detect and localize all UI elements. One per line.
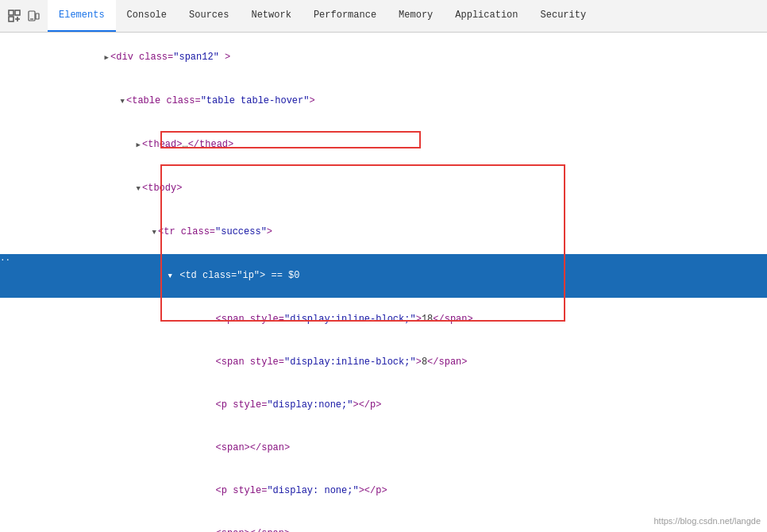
dom-line[interactable]: <tbody>	[0, 167, 767, 210]
tab-performance[interactable]: Performance	[303, 0, 387, 32]
dom-line[interactable]: <span style="display:inline-block;">18</…	[0, 298, 767, 341]
dom-line[interactable]: <span style="display:inline-block;">8</s…	[0, 341, 767, 384]
tab-sources[interactable]: Sources	[178, 0, 240, 32]
tab-memory[interactable]: Memory	[387, 0, 444, 32]
dom-line[interactable]: <span></span>	[0, 512, 767, 532]
inspect-icon[interactable]	[6, 8, 22, 24]
tab-list: Elements Console Sources Network Perform…	[48, 0, 597, 32]
device-icon[interactable]	[25, 8, 41, 24]
dom-line[interactable]: <p style="display:none;"></p>	[0, 384, 767, 426]
dom-line[interactable]: <table class="table table-hover">	[0, 79, 767, 123]
devtools-toolbar: Elements Console Sources Network Perform…	[0, 0, 767, 33]
watermark: https://blog.csdn.net/langde	[653, 516, 761, 526]
tab-application[interactable]: Application	[444, 0, 529, 32]
dom-line[interactable]: <p style="display: none;"></p>	[0, 469, 767, 512]
dom-tree: <div class="span12" > <table class="tabl…	[0, 36, 767, 532]
dom-line[interactable]: <span></span>	[0, 426, 767, 469]
tab-elements[interactable]: Elements	[48, 0, 116, 32]
svg-rect-2	[9, 17, 13, 21]
dom-line[interactable]: <div class="span12" >	[0, 36, 767, 79]
dom-line[interactable]: <thead>…</thead>	[0, 123, 767, 167]
tab-security[interactable]: Security	[530, 0, 598, 32]
svg-rect-1	[15, 10, 20, 15]
dom-line-selected[interactable]: ·· ▼ <td class="ip"> == $0	[0, 254, 767, 298]
elements-panel: <div class="span12" > <table class="tabl…	[0, 33, 767, 532]
tab-console[interactable]: Console	[116, 0, 178, 32]
tab-network[interactable]: Network	[240, 0, 302, 32]
svg-rect-6	[36, 13, 39, 19]
svg-rect-0	[9, 10, 13, 15]
toolbar-icons	[6, 8, 41, 24]
dom-line[interactable]: <tr class="success">	[0, 210, 767, 254]
